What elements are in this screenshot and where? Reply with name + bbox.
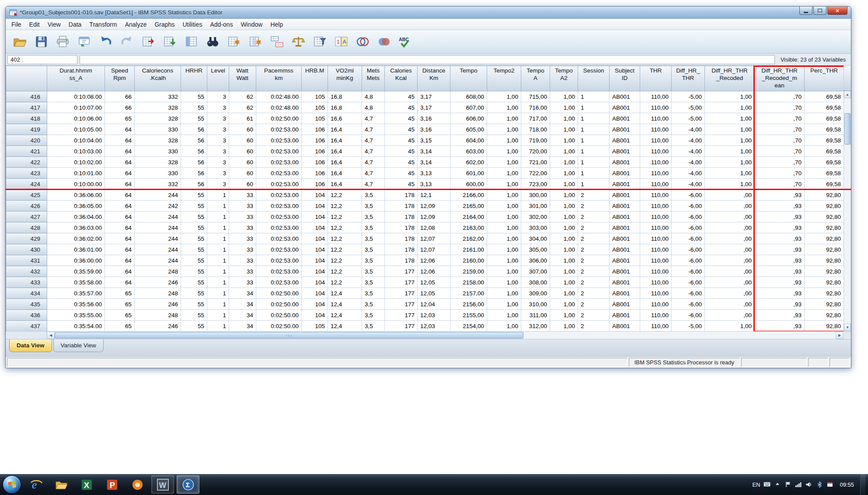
cell-426-18[interactable]: AB001: [610, 201, 640, 211]
cell-428-1[interactable]: 0:36:03.00: [47, 222, 105, 233]
cell-435-8[interactable]: 104: [302, 299, 328, 310]
col-header-diff-hr-thr[interactable]: Diff_HR_ THR: [672, 66, 705, 91]
cell-432-19[interactable]: 110,00: [640, 266, 672, 277]
cell-431-3[interactable]: 244: [135, 255, 181, 266]
cell-425-17[interactable]: 2: [578, 190, 610, 201]
cell-437-11[interactable]: 177: [385, 321, 418, 332]
cell-426-7[interactable]: 0:02:53.00: [256, 201, 302, 211]
menu-window[interactable]: Window: [237, 20, 267, 29]
cell-432-23[interactable]: 92,80: [805, 266, 844, 277]
cell-418-15[interactable]: 717,00: [521, 113, 550, 124]
cell-416-23[interactable]: 69,58: [805, 91, 844, 102]
redo-icon[interactable]: [119, 35, 135, 49]
cell-428-9[interactable]: 12,2: [328, 222, 362, 233]
cell-419-14[interactable]: 1,00: [487, 124, 521, 135]
cell-434-19[interactable]: 110,00: [640, 288, 672, 299]
cell-432-5[interactable]: 1: [207, 266, 229, 277]
cell-420-17[interactable]: 1: [578, 135, 610, 146]
cell-429-1[interactable]: 0:36:02.00: [47, 233, 105, 244]
cell-437-15[interactable]: 312,00: [521, 321, 550, 332]
cell-434-10[interactable]: 3,5: [362, 288, 385, 299]
cell-435-19[interactable]: 110,00: [640, 299, 672, 310]
maximize-button[interactable]: [813, 7, 826, 15]
cell-417-6[interactable]: 62: [229, 102, 256, 113]
col-header-diff-hr-thr-recoded[interactable]: Diff_HR_THR _Recoded: [705, 66, 755, 91]
cell-437-21[interactable]: 1,00: [705, 321, 755, 332]
cell-419-8[interactable]: 106: [302, 124, 328, 135]
cell-427-22[interactable]: ,93: [755, 211, 805, 222]
cell-433-13[interactable]: 2158,00: [450, 277, 487, 288]
cell-421-8[interactable]: 106: [302, 146, 328, 157]
cell-428-12[interactable]: 12,08: [418, 222, 450, 233]
row-header-434[interactable]: 434: [6, 288, 47, 299]
cell-427-13[interactable]: 2164,00: [450, 211, 487, 222]
cell-417-20[interactable]: -5,00: [672, 102, 705, 113]
cell-435-5[interactable]: 1: [207, 299, 229, 310]
cell-421-16[interactable]: 1,00: [550, 146, 578, 157]
cell-432-20[interactable]: -6,00: [672, 266, 705, 277]
cell-419-21[interactable]: 1,00: [705, 124, 755, 135]
cell-425-10[interactable]: 3,5: [362, 190, 385, 201]
row-header-423[interactable]: 423: [6, 168, 47, 179]
cell-428-7[interactable]: 0:02:53.00: [256, 222, 302, 233]
cell-423-17[interactable]: 1: [578, 168, 610, 179]
cell-431-14[interactable]: 1,00: [487, 255, 521, 266]
cell-424-17[interactable]: 1: [578, 179, 610, 190]
cell-425-8[interactable]: 104: [302, 190, 328, 201]
cell-424-16[interactable]: 1,00: [550, 179, 578, 190]
cell-437-22[interactable]: ,93: [755, 321, 805, 332]
cell-418-8[interactable]: 105: [302, 113, 328, 124]
cell-433-4[interactable]: 55: [181, 277, 207, 288]
cell-418-23[interactable]: 69,58: [805, 113, 844, 124]
cell-429-9[interactable]: 12,2: [328, 233, 362, 244]
cell-426-14[interactable]: 1,00: [487, 201, 521, 211]
cell-423-23[interactable]: 69,58: [805, 168, 844, 179]
cell-423-3[interactable]: 330: [135, 168, 181, 179]
cell-426-13[interactable]: 2165,00: [450, 201, 487, 211]
cell-417-10[interactable]: 4,8: [362, 102, 385, 113]
cell-435-18[interactable]: AB001: [610, 299, 640, 310]
row-header-433[interactable]: 433: [6, 277, 47, 288]
cell-421-7[interactable]: 0:02:53.00: [256, 146, 302, 157]
cell-437-3[interactable]: 246: [135, 321, 181, 332]
cell-419-12[interactable]: 3,16: [418, 124, 450, 135]
cell-416-12[interactable]: 3,17: [418, 91, 450, 102]
cell-431-15[interactable]: 306,00: [521, 255, 550, 266]
cell-434-2[interactable]: 65: [105, 288, 135, 299]
cell-422-1[interactable]: 0:10:02.00: [47, 157, 105, 168]
cell-416-11[interactable]: 45: [385, 91, 418, 102]
cell-432-10[interactable]: 3,5: [362, 266, 385, 277]
cell-424-19[interactable]: 110,00: [640, 179, 672, 190]
scroll-right-button[interactable]: ▶: [836, 332, 844, 339]
cell-436-21[interactable]: ,00: [705, 310, 755, 321]
cell-419-18[interactable]: AB001: [610, 124, 640, 135]
col-header-distance-km[interactable]: Distance Km: [418, 66, 450, 91]
cell-436-12[interactable]: 12,03: [418, 310, 450, 321]
cell-434-12[interactable]: 12,05: [418, 288, 450, 299]
cell-420-22[interactable]: ,70: [755, 135, 805, 146]
cell-429-3[interactable]: 244: [135, 233, 181, 244]
cell-419-1[interactable]: 0:10:05.00: [47, 124, 105, 135]
cell-416-2[interactable]: 66: [105, 91, 135, 102]
cell-425-3[interactable]: 244: [135, 190, 181, 201]
cell-431-17[interactable]: 2: [578, 255, 610, 266]
cell-431-19[interactable]: 110,00: [640, 255, 672, 266]
cell-435-10[interactable]: 3,5: [362, 299, 385, 310]
cell-418-17[interactable]: 1: [578, 113, 610, 124]
cell-433-12[interactable]: 12,05: [418, 277, 450, 288]
cell-424-9[interactable]: 16,4: [328, 179, 362, 190]
cell-422-16[interactable]: 1,00: [550, 157, 578, 168]
cell-427-11[interactable]: 178: [385, 211, 418, 222]
row-header-435[interactable]: 435: [6, 299, 47, 310]
cell-434-11[interactable]: 177: [385, 288, 418, 299]
cell-435-14[interactable]: 1,00: [487, 299, 521, 310]
cell-419-2[interactable]: 64: [105, 124, 135, 135]
cell-430-18[interactable]: AB001: [610, 244, 640, 255]
cell-421-23[interactable]: 69,58: [805, 146, 844, 157]
cell-437-10[interactable]: 3,5: [362, 321, 385, 332]
cell-419-7[interactable]: 0:02:53.00: [256, 124, 302, 135]
cell-425-14[interactable]: 1,00: [487, 190, 521, 201]
cell-421-12[interactable]: 3,14: [418, 146, 450, 157]
cell-432-15[interactable]: 307,00: [521, 266, 550, 277]
cell-432-12[interactable]: 12,06: [418, 266, 450, 277]
